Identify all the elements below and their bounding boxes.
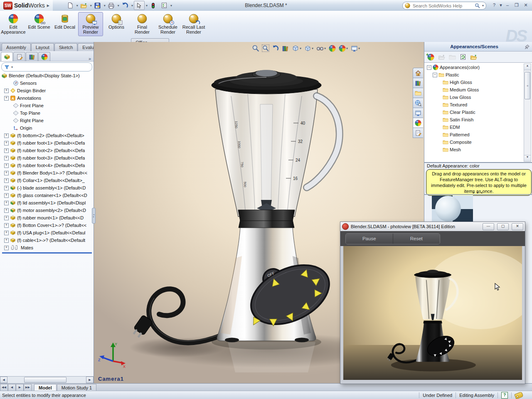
print-dropdown[interactable]: ▾ — [118, 4, 119, 7]
expand-box[interactable]: + — [4, 223, 9, 228]
tab-layout[interactable]: Layout — [31, 43, 54, 51]
tree-item-origin[interactable]: Origin — [1, 124, 94, 132]
photoview-preview-window[interactable]: Blender.SLDASM - photoview [BETA 36114] … — [340, 222, 525, 384]
first-tab-button[interactable]: ◀◀ — [0, 384, 8, 391]
edit-scene-button[interactable]: Edit Scene — [27, 12, 52, 31]
manager-overflow-chevron[interactable]: » — [89, 56, 91, 61]
photoview-title-bar[interactable]: Blender.SLDASM - photoview [BETA 36114] … — [340, 222, 525, 231]
preview-render-button[interactable]: Preview Render — [78, 12, 103, 36]
filter-dropdown[interactable]: ▾ — [11, 65, 13, 69]
new-folder-button[interactable] — [449, 54, 456, 61]
expand-box[interactable]: + — [4, 96, 9, 101]
expand-box[interactable]: + — [4, 156, 9, 160]
tree-item-component[interactable]: +(f) rubber mount<1> (Default<<D — [1, 214, 94, 222]
reset-button[interactable]: Reset — [393, 234, 440, 244]
tag-icon[interactable] — [514, 391, 523, 399]
collapse-box[interactable]: − — [433, 73, 437, 77]
open-icon[interactable] — [79, 1, 89, 10]
expand-box[interactable]: + — [4, 186, 9, 190]
hide-show-items-icon[interactable]: ▾ — [316, 44, 326, 52]
tree-item-subassembly[interactable]: +(-) blade assembly<1> (Default<D — [1, 184, 94, 192]
tree-item-component[interactable]: +(f) glass container<1> (Default<<D — [1, 192, 94, 199]
tree-item-design-binder[interactable]: +Design Binder — [1, 87, 94, 94]
tree-item-component[interactable]: +(f) Blender Body<1>->? (Default<< — [1, 169, 94, 177]
tree-item-annotations[interactable]: +Annotations — [1, 94, 94, 102]
tree-item-mates[interactable]: +Mates — [1, 244, 94, 251]
select-dropdown[interactable]: ▾ — [146, 4, 148, 7]
appearance-item-patterned[interactable]: Patterned — [427, 131, 526, 138]
pin-icon[interactable] — [524, 44, 530, 50]
expand-box[interactable]: + — [4, 141, 9, 145]
new-document-icon[interactable] — [65, 1, 75, 10]
motion-study-tab[interactable]: Motion Study 1 — [57, 384, 96, 391]
tree-item-component[interactable]: +(f) Collar<1> (Default<<Default>_ — [1, 177, 94, 184]
appearance-item-low-gloss[interactable]: Low Gloss — [427, 94, 526, 101]
tree-item-component[interactable]: +(f) Botton Cover<1>->? (Default<< — [1, 222, 94, 229]
recall-last-render-button[interactable]: Recall Last Render — [181, 12, 206, 36]
photoview-close-button[interactable]: ✕ — [512, 223, 523, 230]
tree-item-component[interactable]: +(f) rubber foot<1> (Default<<Defa — [1, 139, 94, 147]
search-input[interactable] — [412, 3, 473, 9]
tree-item-top-plane[interactable]: Top Plane — [1, 109, 94, 117]
view-settings-icon[interactable]: ▾ — [351, 45, 360, 52]
final-render-button[interactable]: Final Render — [130, 12, 155, 36]
undo-dropdown[interactable]: ▾ — [131, 4, 133, 7]
options-button[interactable]: Options — [104, 12, 129, 31]
scroll-up-button[interactable]: ▲ — [524, 64, 531, 70]
panel-collapse-handle[interactable]: ▲▲▲ — [424, 191, 532, 195]
expand-box[interactable]: + — [4, 201, 9, 205]
select-cursor-icon[interactable] — [134, 1, 145, 10]
appearance-item-textured[interactable]: Textured — [427, 101, 526, 108]
tree-item-component[interactable]: +(f) cable<1>->? (Default<<Default — [1, 236, 94, 244]
new-document-dropdown[interactable]: ▾ — [76, 4, 78, 7]
tree-item-component[interactable]: +(f) rubber foot<3> (Default<<Defa — [1, 154, 94, 162]
expand-box[interactable]: + — [4, 163, 9, 168]
help-button[interactable]: ? — [490, 2, 499, 9]
appearance-item-clear-plastic[interactable]: Clear Plastic — [427, 108, 526, 116]
restore-button[interactable]: ❐ — [512, 2, 521, 9]
expand-box[interactable]: + — [4, 208, 9, 213]
close-button[interactable]: ✕ — [521, 2, 530, 9]
expand-box[interactable]: + — [4, 246, 9, 250]
appearance-item-mesh[interactable]: Mesh — [427, 146, 526, 153]
appearance-item-edm[interactable]: EDM — [427, 123, 526, 131]
appearance-group-plastic[interactable]: −Plastic — [427, 71, 526, 79]
apply-scene-icon[interactable]: ▾ — [339, 45, 348, 52]
tree-item-sensors[interactable]: Sensors — [1, 79, 94, 87]
tab-propertymanager[interactable] — [13, 52, 25, 61]
refresh-button[interactable] — [460, 54, 466, 60]
open-dropdown[interactable]: ▾ — [90, 4, 92, 7]
rollback-bar[interactable] — [2, 252, 92, 254]
scroll-down-button[interactable]: ▼ — [524, 155, 531, 161]
expand-box[interactable]: + — [4, 148, 9, 153]
scroll-left-button[interactable]: ◀ — [0, 377, 7, 383]
tab-assembly[interactable]: Assembly — [2, 43, 31, 51]
collapse-box[interactable]: − — [427, 65, 431, 70]
expand-box[interactable]: + — [4, 89, 9, 93]
appearance-item-satin-finish[interactable]: Satin Finish — [427, 116, 526, 123]
search-dropdown[interactable]: ▾ — [482, 4, 484, 7]
rebuild-traffic-light-icon[interactable] — [148, 1, 158, 10]
tab-custom-properties[interactable] — [413, 128, 423, 138]
prev-tab-button[interactable]: ◀ — [8, 384, 16, 391]
save-icon[interactable] — [93, 1, 103, 10]
tab-view-palette[interactable] — [413, 108, 423, 118]
next-tab-button[interactable]: ▶ — [16, 384, 24, 391]
view-orientation-icon[interactable]: ▾ — [292, 44, 301, 52]
tab-search[interactable] — [413, 98, 423, 108]
expand-box[interactable]: + — [4, 231, 9, 235]
open-folder-button[interactable] — [438, 54, 445, 61]
tree-horizontal-scrollbar[interactable]: ◀ ▶ — [0, 376, 94, 383]
appearance-tree-scrollbar[interactable]: ▲ ≡ ▼ — [524, 64, 531, 162]
previous-view-icon[interactable] — [272, 45, 279, 52]
tab-displaymanager[interactable] — [38, 52, 50, 61]
tab-configurationmanager[interactable] — [26, 52, 38, 61]
tree-item-component[interactable]: +(f) rubber foot<2> (Default<<Defa — [1, 147, 94, 154]
photoview-minimize-button[interactable]: — — [483, 223, 494, 230]
tree-item-component[interactable]: +(f) USA plug<1> (Default<<Defaul — [1, 229, 94, 236]
zoom-to-area-icon[interactable] — [262, 45, 269, 52]
tab-sketch[interactable]: Sketch — [54, 43, 78, 51]
options-dropdown[interactable]: ▾ — [170, 4, 172, 7]
schedule-render-button[interactable]: Schedule Render — [155, 12, 180, 36]
menu-expand-arrow-icon[interactable]: ▶ — [47, 4, 49, 7]
